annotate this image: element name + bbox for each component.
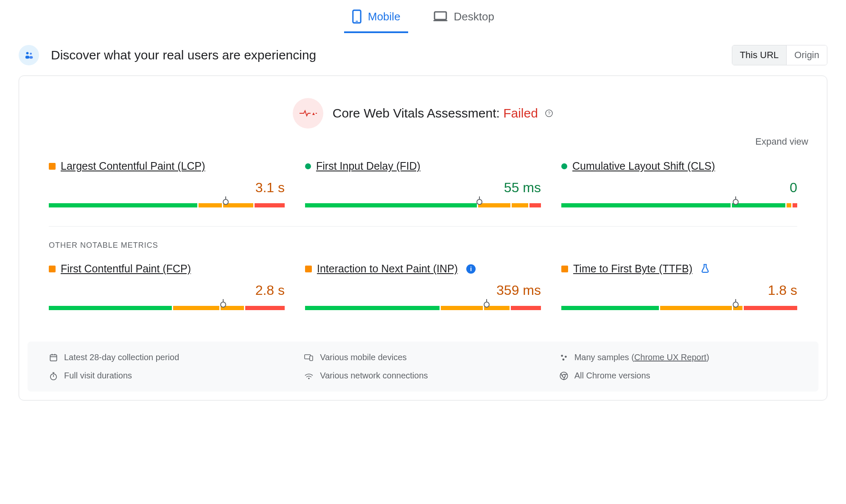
status-circle-icon <box>305 163 311 169</box>
metric-name-link[interactable]: First Input Delay (FID) <box>316 160 420 172</box>
svg-rect-11 <box>50 355 56 361</box>
metric-name-link[interactable]: Time to First Byte (TTFB) <box>573 263 692 275</box>
mobile-icon <box>352 9 362 24</box>
toggle-this-url[interactable]: This URL <box>732 45 787 65</box>
info-text: Various mobile devices <box>320 353 406 362</box>
metric-value: 1.8 s <box>561 283 797 298</box>
info-chrome-versions: All Chrome versions <box>559 371 797 381</box>
metric-name-link[interactable]: Cumulative Layout Shift (CLS) <box>572 160 715 172</box>
info-network: Various network connections <box>304 371 542 381</box>
info-icon[interactable]: i <box>466 264 476 274</box>
tab-label: Mobile <box>368 10 401 23</box>
svg-point-4 <box>26 52 29 54</box>
distribution-bar <box>561 203 797 207</box>
chrome-icon <box>559 371 569 381</box>
devices-icon <box>304 353 314 362</box>
info-text: Latest 28-day collection period <box>64 353 179 362</box>
svg-point-14 <box>561 355 563 357</box>
svg-point-18 <box>308 378 310 379</box>
status-square-icon <box>305 266 312 272</box>
svg-rect-8 <box>316 113 317 114</box>
tab-desktop[interactable]: Desktop <box>425 4 502 33</box>
network-icon <box>304 372 314 380</box>
metric-value: 2.8 s <box>49 283 285 298</box>
info-text: Various network connections <box>320 371 428 381</box>
info-devices: Various mobile devices <box>304 353 542 362</box>
marker-icon <box>220 302 226 308</box>
distribution-bar <box>49 306 285 310</box>
data-source-info: Latest 28-day collection period Various … <box>28 342 818 392</box>
metric-cls: Cumulative Layout Shift (CLS) 0 <box>561 160 797 207</box>
metric-value: 359 ms <box>305 283 541 298</box>
metric-name-link[interactable]: Interaction to Next Paint (INP) <box>317 263 458 275</box>
status-square-icon <box>49 266 56 272</box>
users-icon <box>19 45 39 65</box>
metric-value: 0 <box>561 180 797 196</box>
svg-point-16 <box>562 358 564 360</box>
assessment-failed-icon <box>293 98 323 129</box>
metric-name-link[interactable]: Largest Contentful Paint (LCP) <box>61 160 205 172</box>
status-square-icon <box>49 163 56 170</box>
metric-lcp: Largest Contentful Paint (LCP) 3.1 s <box>49 160 285 207</box>
page-title: Discover what your real users are experi… <box>51 48 316 62</box>
assessment-text: Core Web Vitals Assessment: Failed ? <box>333 106 553 120</box>
info-text: Full visit durations <box>64 371 132 381</box>
marker-icon <box>476 199 482 205</box>
svg-rect-7 <box>29 56 33 59</box>
stopwatch-icon <box>49 371 58 381</box>
svg-rect-1 <box>356 21 358 22</box>
expand-view-link[interactable]: Expand view <box>755 136 808 147</box>
distribution-bar <box>561 306 797 310</box>
metric-fid: First Input Delay (FID) 55 ms <box>305 160 541 207</box>
metric-ttfb: Time to First Byte (TTFB) 1.8 s <box>561 263 797 310</box>
svg-rect-2 <box>434 12 446 20</box>
tab-label: Desktop <box>454 10 494 23</box>
marker-icon <box>733 302 739 308</box>
marker-icon <box>484 302 490 308</box>
desktop-icon <box>433 11 448 22</box>
status-circle-icon <box>561 163 567 169</box>
svg-text:?: ? <box>548 111 550 116</box>
svg-rect-13 <box>310 356 313 361</box>
svg-point-15 <box>565 356 567 358</box>
status-square-icon <box>561 266 568 272</box>
info-text: Many samples (Chrome UX Report) <box>574 353 709 362</box>
device-tabs: Mobile Desktop <box>0 0 846 33</box>
svg-point-5 <box>30 53 32 55</box>
distribution-bar <box>305 203 541 207</box>
metric-inp: Interaction to Next Paint (INP) i 359 ms <box>305 263 541 310</box>
help-icon[interactable]: ? <box>545 109 553 118</box>
metric-value: 55 ms <box>305 180 541 196</box>
info-durations: Full visit durations <box>49 371 287 381</box>
scope-toggle: This URL Origin <box>732 45 827 65</box>
distribution-bar <box>305 306 541 310</box>
section-label: OTHER NOTABLE METRICS <box>19 227 827 263</box>
metric-value: 3.1 s <box>49 180 285 196</box>
tab-mobile[interactable]: Mobile <box>344 4 408 33</box>
assessment-status: Failed <box>503 106 538 120</box>
calendar-icon <box>49 353 58 362</box>
scatter-icon <box>559 353 569 362</box>
info-text: All Chrome versions <box>574 371 650 381</box>
chrome-ux-report-link[interactable]: Chrome UX Report <box>634 353 706 362</box>
svg-rect-3 <box>433 20 447 21</box>
info-collection-period: Latest 28-day collection period <box>49 353 287 362</box>
svg-rect-6 <box>25 56 29 59</box>
metric-name-link[interactable]: First Contentful Paint (FCP) <box>61 263 191 275</box>
distribution-bar <box>49 203 285 207</box>
marker-icon <box>223 199 229 205</box>
toggle-origin[interactable]: Origin <box>786 45 827 65</box>
flask-icon[interactable] <box>701 263 709 274</box>
marker-icon <box>733 199 739 205</box>
vitals-card: Core Web Vitals Assessment: Failed ? Exp… <box>19 76 827 400</box>
metric-fcp: First Contentful Paint (FCP) 2.8 s <box>49 263 285 310</box>
info-samples: Many samples (Chrome UX Report) <box>559 353 797 362</box>
assessment-label: Core Web Vitals Assessment: <box>333 106 503 120</box>
